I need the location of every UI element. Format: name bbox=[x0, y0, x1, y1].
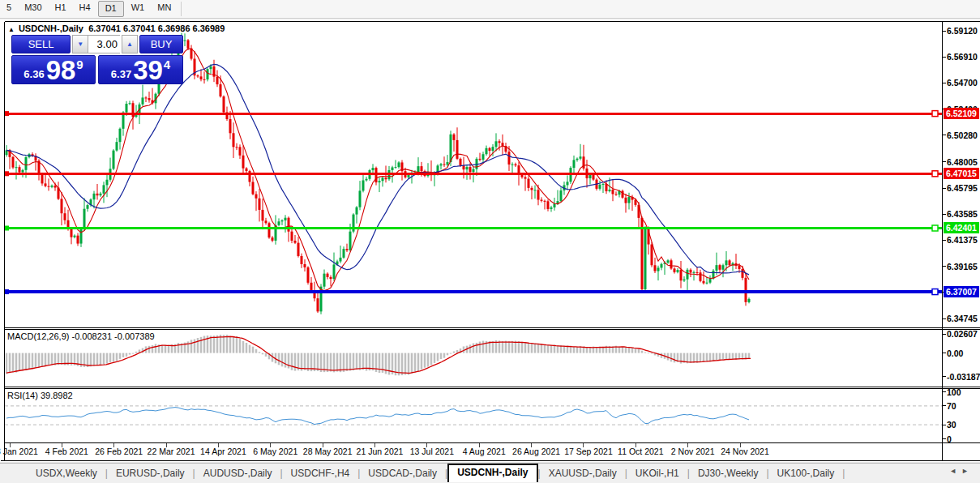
timeframe-button-h4[interactable]: H4 bbox=[73, 0, 97, 18]
price-axis-label: 6.50280 bbox=[947, 130, 978, 140]
price-axis-label: 6.59120 bbox=[947, 26, 978, 36]
tab-usdcad-daily[interactable]: USDCAD-,Daily bbox=[360, 465, 445, 481]
sell-price-display[interactable]: 6.36 98 9 bbox=[11, 55, 96, 84]
level-price-tag[interactable]: 6.42401 bbox=[944, 222, 979, 233]
tab-usdcnh-daily[interactable]: USDCNH-,Daily bbox=[447, 464, 537, 482]
sell-price-big-digits: 98 bbox=[46, 58, 76, 83]
price-axis-label: 6.45795 bbox=[947, 183, 978, 193]
toolbar-separator bbox=[181, 2, 182, 16]
rsi-axis-label: 0 bbox=[947, 434, 952, 444]
buy-price-prefix: 6.37 bbox=[111, 68, 131, 80]
price-axis-label: 6.34745 bbox=[947, 314, 978, 323]
tab-scroll-arrows[interactable]: ◄► bbox=[949, 467, 974, 475]
tab-uk100-daily[interactable]: UK100-,Daily bbox=[769, 465, 843, 481]
tab-usdx-weekly[interactable]: USDX,Weekly bbox=[28, 465, 105, 481]
level-price-tag[interactable]: 6.47015 bbox=[944, 168, 979, 179]
date-axis-label: 26 Aug 2021 bbox=[512, 447, 560, 456]
macd-indicator-label: MACD(12,26,9) -0.008231 -0.007389 bbox=[7, 331, 155, 341]
tab-separator: | bbox=[842, 468, 845, 479]
tab-ukoil-h1[interactable]: UKOil-,H1 bbox=[627, 465, 687, 481]
date-axis-label: 22 Mar 2021 bbox=[148, 447, 195, 456]
tab-dj30-weekly[interactable]: DJ30-,Weekly bbox=[690, 465, 766, 481]
date-axis-label: 6 May 2021 bbox=[253, 447, 297, 456]
date-axis-label: 4 Aug 2021 bbox=[463, 447, 506, 456]
rsi-axis-label: 100 bbox=[947, 387, 961, 397]
date-axis-label: 13 Jan 2021 bbox=[0, 447, 38, 456]
price-axis-label: 6.43585 bbox=[947, 209, 978, 219]
one-click-trade-panel: SELL ▼ 3.00 ▲ BUY 6.36 98 9 6.37 39 4 bbox=[11, 35, 183, 84]
tab-eurusd-daily[interactable]: EURUSD-,Daily bbox=[108, 465, 193, 481]
tab-xauusd-daily[interactable]: XAUUSD-,Daily bbox=[541, 465, 625, 481]
macd-axis-label: 0.00 bbox=[947, 348, 963, 358]
symbol-tab-bar: USDX,Weekly|EURUSD-,Daily|AUDUSD-,Daily|… bbox=[0, 463, 980, 483]
macd-axis-label: 0.02607 bbox=[947, 329, 978, 339]
sell-price-prefix: 6.36 bbox=[24, 68, 44, 80]
sell-price-pip-digit: 9 bbox=[76, 58, 83, 71]
level-price-tag[interactable]: 6.37007 bbox=[944, 286, 979, 297]
rsi-indicator-label: RSI(14) 39.8982 bbox=[7, 391, 73, 400]
volume-increase-button[interactable]: ▲ bbox=[122, 35, 138, 53]
tab-audusd-daily[interactable]: AUDUSD-,Daily bbox=[195, 465, 280, 481]
level-price-tag[interactable]: 6.52109 bbox=[944, 108, 979, 119]
chart-ohlc-values: 6.37041 6.37041 6.36986 6.36989 bbox=[88, 24, 225, 33]
tab-scroll-left-icon[interactable]: ◄ bbox=[949, 467, 961, 475]
date-axis-label: 17 Sep 2021 bbox=[564, 447, 613, 456]
rsi-axis-label: 30 bbox=[947, 420, 956, 430]
price-axis-label: 6.54700 bbox=[947, 78, 978, 88]
chart-symbol-label: USDCNH-,Daily bbox=[19, 24, 83, 33]
timeframe-button-h1[interactable]: H1 bbox=[49, 0, 73, 18]
chart-window: ▲USDCNH-,Daily 6.37041 6.37041 6.36986 6… bbox=[0, 19, 980, 462]
date-axis-label: 13 Jul 2021 bbox=[410, 447, 454, 456]
buy-button[interactable]: BUY bbox=[139, 35, 183, 53]
price-axis-label: 6.56910 bbox=[947, 52, 978, 62]
timeframe-button-m30[interactable]: M30 bbox=[18, 0, 48, 18]
date-axis-label: 26 Feb 2021 bbox=[95, 447, 143, 456]
tab-usdchf-h4[interactable]: USDCHF-,H4 bbox=[283, 465, 358, 481]
date-axis-label: 14 Apr 2021 bbox=[200, 447, 246, 456]
date-axis-label: 2 Nov 2021 bbox=[671, 447, 715, 456]
date-axis-label: 24 Nov 2021 bbox=[721, 447, 769, 456]
price-axis-label: 6.41375 bbox=[947, 235, 978, 245]
price-axis-label: 6.48005 bbox=[947, 157, 978, 167]
date-axis-label: 4 Feb 2021 bbox=[45, 447, 88, 456]
trading-terminal-window: 5M30H1H4D1W1MN ▲USDCNH-,Daily 6.37041 6.… bbox=[0, 0, 980, 483]
volume-decrease-button[interactable]: ▼ bbox=[72, 35, 88, 53]
timeframe-button-d1[interactable]: D1 bbox=[98, 1, 124, 17]
sell-button[interactable]: SELL bbox=[11, 35, 71, 53]
chart-title: ▲USDCNH-,Daily 6.37041 6.37041 6.36986 6… bbox=[8, 24, 225, 33]
rsi-axis-label: 70 bbox=[947, 401, 956, 411]
date-axis-label: 21 Jun 2021 bbox=[357, 447, 404, 456]
tab-scroll-right-icon[interactable]: ► bbox=[961, 467, 974, 475]
date-axis-label: 11 Oct 2021 bbox=[618, 447, 663, 456]
collapse-triangle-icon[interactable]: ▲ bbox=[8, 26, 15, 33]
volume-input[interactable]: 3.00 bbox=[88, 35, 120, 53]
timeframe-button-mn[interactable]: MN bbox=[151, 0, 178, 18]
timeframe-toolbar: 5M30H1H4D1W1MN bbox=[0, 0, 980, 19]
timeframe-button-w1[interactable]: W1 bbox=[125, 0, 152, 18]
timeframe-button-5[interactable]: 5 bbox=[0, 0, 18, 18]
price-axis-label: 6.39165 bbox=[947, 262, 978, 271]
buy-price-pip-digit: 4 bbox=[164, 58, 170, 71]
macd-axis-label: -0.031872 bbox=[947, 372, 980, 382]
price-chart-canvas[interactable] bbox=[0, 19, 980, 462]
buy-price-display[interactable]: 6.37 39 4 bbox=[98, 55, 183, 84]
buy-price-big-digits: 39 bbox=[133, 58, 163, 83]
date-axis-label: 28 May 2021 bbox=[303, 447, 353, 456]
